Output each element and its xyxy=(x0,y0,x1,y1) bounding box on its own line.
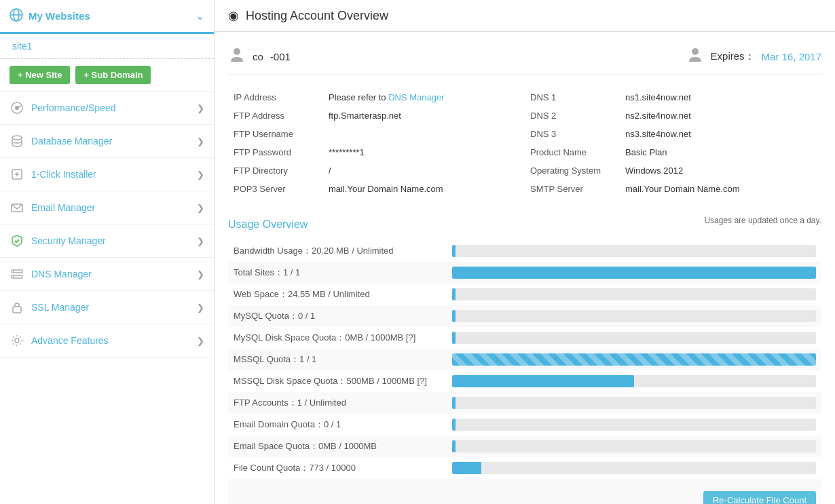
usage-bar-file-count xyxy=(445,457,821,479)
usage-label-mssql-disk: MSSQL Disk Space Quota：500MB / 1000MB [?… xyxy=(228,370,445,392)
usage-bar-mysql-quota xyxy=(445,305,821,327)
database-icon xyxy=(10,134,24,149)
svg-rect-12 xyxy=(12,275,22,278)
usage-table: Bandwidth Usage：20.20 MB / Unlimited Tot… xyxy=(228,240,821,504)
svg-point-6 xyxy=(12,136,22,140)
sidebar-item-database-manager[interactable]: Database Manager ❯ xyxy=(0,125,214,158)
chevron-right-icon: ❯ xyxy=(197,203,204,213)
hosting-header-icon: ◉ xyxy=(228,8,239,23)
usage-row-bandwidth: Bandwidth Usage：20.20 MB / Unlimited xyxy=(228,240,821,262)
usage-label-mysql-quota: MySQL Quota：0 / 1 xyxy=(228,305,445,327)
usage-bar-ftp-accounts xyxy=(445,392,821,414)
usage-row-mssql-quota: MSSQL Quota：1 / 1 xyxy=(228,349,821,370)
ftp-username-value xyxy=(323,125,525,143)
sidebar-item-email-manager[interactable]: Email Manager ❯ xyxy=(0,191,214,225)
usage-bar-mysql-disk xyxy=(445,327,821,349)
usage-label-total-sites: Total Sites：1 / 1 xyxy=(228,262,445,284)
table-row: FTP Password *********1 xyxy=(228,143,525,161)
chevron-right-icon: ❯ xyxy=(197,136,204,147)
table-row: SMTP Server mail.Your Domain Name.com xyxy=(525,180,821,198)
new-site-button[interactable]: + New Site xyxy=(10,66,70,84)
sidebar-item-security-manager[interactable]: Security Manager ❯ xyxy=(0,225,214,258)
table-row: POP3 Server mail.Your Domain Name.com xyxy=(228,180,525,198)
svg-rect-15 xyxy=(13,307,21,313)
svg-rect-11 xyxy=(12,270,22,273)
usage-row-ftp-accounts: FTP Accounts：1 / Unlimited xyxy=(228,392,821,414)
usage-label-email-domain: Email Domain Quota：0 / 1 xyxy=(228,414,445,435)
avatar-left xyxy=(228,45,246,67)
ftp-password-label: FTP Password xyxy=(228,143,323,161)
sidebar-label-security-manager: Security Manager xyxy=(31,235,106,246)
svg-point-16 xyxy=(15,338,19,343)
account-username: co xyxy=(253,51,263,62)
sidebar-item-advance-features[interactable]: Advance Features ❯ xyxy=(0,324,214,357)
sidebar-item-dns-manager[interactable]: DNS Manager ❯ xyxy=(0,258,214,291)
site-item[interactable]: site1 xyxy=(0,34,214,59)
my-websites-header[interactable]: My Websites ⌄ xyxy=(0,0,214,34)
usage-row-email-space: Email Space Quota：0MB / 1000MB xyxy=(228,435,821,457)
dns2-value: ns2.site4now.net xyxy=(620,106,821,125)
usage-label-file-count: File Count Quota：773 / 10000 xyxy=(228,457,445,479)
table-row: FTP Directory / xyxy=(228,161,525,180)
expires-date: Mar 16, 2017 xyxy=(762,51,821,62)
usage-note: Usages are updated once a day. xyxy=(704,216,821,225)
svg-point-13 xyxy=(14,271,15,272)
product-name-label: Product Name xyxy=(525,143,620,161)
usage-bar-email-space xyxy=(445,435,821,457)
dns-manager-link[interactable]: DNS Manager xyxy=(388,92,444,102)
recalculate-button[interactable]: Re-Calculate File Count xyxy=(703,491,816,504)
chevron-right-icon: ❯ xyxy=(197,236,204,246)
os-value: Windows 2012 xyxy=(620,161,821,180)
ip-address-label: IP Address xyxy=(228,88,323,106)
email-icon xyxy=(10,200,24,215)
page-header: ◉ Hosting Account Overview xyxy=(215,0,835,32)
dns1-value: ns1.site4now.net xyxy=(620,88,821,106)
dns3-label: DNS 3 xyxy=(525,125,620,143)
content-area: co -001 Expires： Mar 16, 2017 IP Address… xyxy=(215,32,835,504)
usage-label-web-space: Web Space：24.55 MB / Unlimited xyxy=(228,284,445,305)
sidebar-label-email-manager: Email Manager xyxy=(31,202,95,213)
usage-row-mysql-disk: MySQL Disk Space Quota：0MB / 1000MB [?] xyxy=(228,327,821,349)
dns3-value: ns3.site4now.net xyxy=(620,125,821,143)
usage-bar-total-sites xyxy=(445,262,821,284)
usage-section: Usage Overview Usages are updated once a… xyxy=(228,212,821,504)
chevron-down-icon: ⌄ xyxy=(196,9,204,22)
pop3-server-value: mail.Your Domain Name.com xyxy=(323,180,525,198)
svg-point-18 xyxy=(692,48,699,55)
site-action-buttons: + New Site + Sub Domain xyxy=(0,59,214,92)
dns2-label: DNS 2 xyxy=(525,106,620,125)
dns1-label: DNS 1 xyxy=(525,88,620,106)
shield-icon xyxy=(10,233,24,248)
usage-row-mysql-quota: MySQL Quota：0 / 1 xyxy=(228,305,821,327)
sidebar-label-dns-manager: DNS Manager xyxy=(31,269,92,279)
usage-bar-web-space xyxy=(445,284,821,305)
usage-label-mysql-disk: MySQL Disk Space Quota：0MB / 1000MB [?] xyxy=(228,327,445,349)
sidebar: My Websites ⌄ site1 + New Site + Sub Dom… xyxy=(0,0,215,504)
sidebar-item-one-click-installer[interactable]: 1-Click Installer ❯ xyxy=(0,158,214,191)
os-label: Operating System xyxy=(525,161,620,180)
my-websites-label: My Websites xyxy=(29,10,90,22)
ftp-username-label: FTP Username xyxy=(228,125,323,143)
table-row: IP Address Please refer to DNS Manager xyxy=(228,88,525,106)
info-table-left: IP Address Please refer to DNS Manager F… xyxy=(228,88,525,198)
ftp-address-label: FTP Address xyxy=(228,106,323,125)
sidebar-label-performance-speed: Performance/Speed xyxy=(31,102,116,113)
usage-row-recalc: Re-Calculate File Count xyxy=(228,479,821,504)
sidebar-item-performance-speed[interactable]: Performance/Speed ❯ xyxy=(0,92,214,125)
table-row: FTP Address ftp.Smarterasp.net xyxy=(228,106,525,125)
sidebar-label-advance-features: Advance Features xyxy=(31,335,109,346)
sidebar-item-ssl-manager[interactable]: SSL Manager ❯ xyxy=(0,291,214,324)
sub-domain-button[interactable]: + Sub Domain xyxy=(75,66,151,84)
info-grid: IP Address Please refer to DNS Manager F… xyxy=(228,88,821,198)
sidebar-label-ssl-manager: SSL Manager xyxy=(31,302,89,313)
installer-icon xyxy=(10,167,24,182)
usage-row-total-sites: Total Sites：1 / 1 xyxy=(228,262,821,284)
ftp-password-value: *********1 xyxy=(323,143,525,161)
main-content: ◉ Hosting Account Overview co -001 Expir… xyxy=(215,0,835,504)
svg-point-14 xyxy=(14,276,15,277)
chevron-right-icon: ❯ xyxy=(197,269,204,279)
sidebar-label-database-manager: Database Manager xyxy=(31,136,112,147)
gear-icon xyxy=(10,333,24,348)
info-table-right: DNS 1 ns1.site4now.net DNS 2 ns2.site4no… xyxy=(525,88,821,198)
ip-address-value: Please refer to DNS Manager xyxy=(323,88,525,106)
